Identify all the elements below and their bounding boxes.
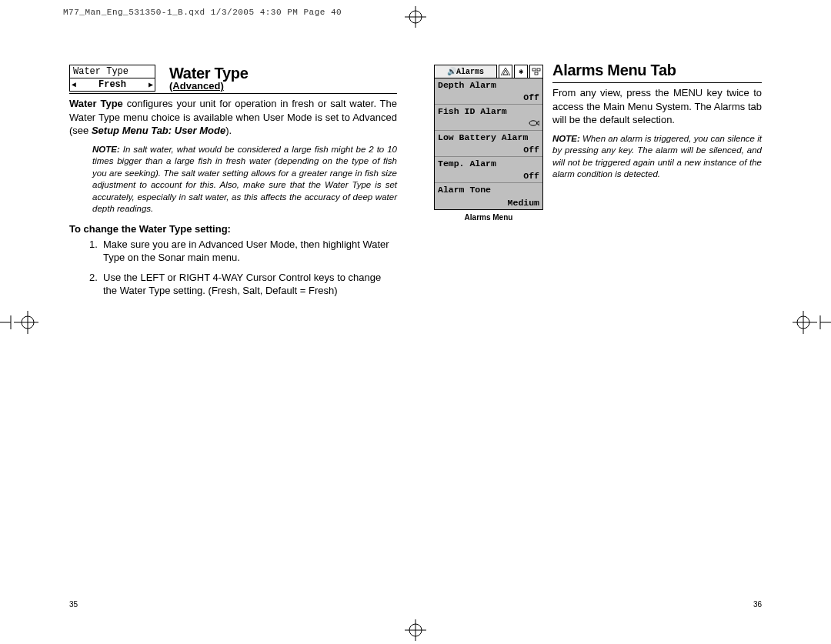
step-item: 2. Use the LEFT or RIGHT 4-WAY Cursor Co… — [89, 271, 397, 298]
water-type-widget-value: Fresh — [98, 79, 126, 90]
alarm-value: Off — [523, 145, 539, 155]
water-type-widget-label: Water Type — [70, 65, 155, 78]
crop-mark-left — [0, 311, 38, 334]
paragraph-lead: Water Type — [69, 98, 123, 109]
note-text: When an alarm is triggered, you can sile… — [552, 134, 762, 179]
step-text: Use the LEFT or RIGHT 4-WAY Cursor Contr… — [103, 271, 397, 298]
water-type-widget: Water Type ◄ Fresh ▶ — [69, 65, 155, 92]
alarm-label: Low Battery Alarm — [438, 132, 528, 142]
body-paragraph: From any view, press the MENU key twice … — [552, 86, 762, 127]
section-heading: Alarms Menu Tab — [552, 62, 762, 79]
page-right: 🔊Alarms ✱ Depth Alarm Off — [426, 62, 769, 601]
step-text: Make sure you are in Advanced User Mode,… — [103, 238, 397, 265]
alarm-label: Depth Alarm — [438, 80, 496, 90]
paragraph-end: ). — [225, 125, 232, 136]
print-slug: M77_Man_Eng_531350-1_B.qxd 1/3/2005 4:30… — [63, 8, 342, 17]
page-left: Water Type ◄ Fresh ▶ Water Type (Advance… — [62, 62, 405, 601]
setup-tab-icon: ✱ — [514, 65, 528, 78]
alarm-label: Temp. Alarm — [438, 158, 496, 169]
alarm-row: Low Battery Alarm Off — [435, 131, 542, 157]
page-number: 35 — [69, 600, 78, 609]
alarm-label: Fish ID Alarm — [438, 106, 507, 116]
steps-heading: To change the Water Type setting: — [69, 223, 397, 235]
alarm-value: Off — [523, 171, 539, 181]
alarm-value: Medium — [508, 198, 539, 208]
alarm-value: Off — [523, 92, 539, 102]
crop-mark-bottom — [405, 619, 426, 641]
note-label: NOTE: — [92, 145, 120, 154]
note-paragraph: NOTE: When an alarm is triggered, you ca… — [552, 133, 762, 181]
page-number: 36 — [753, 600, 762, 609]
paragraph-crossref: Setup Menu Tab: User Mode — [92, 125, 225, 136]
crop-mark-top — [405, 6, 426, 28]
step-number: 1. — [89, 238, 103, 265]
accessories-tab-icon — [529, 65, 543, 78]
svg-rect-16 — [532, 68, 536, 71]
note-text: In salt water, what would be considered … — [92, 145, 397, 214]
svg-rect-17 — [537, 68, 540, 71]
heading-rule — [69, 93, 397, 94]
sonar-tab-icon — [499, 65, 512, 78]
note-label: NOTE: — [552, 134, 580, 143]
svg-rect-18 — [535, 72, 538, 75]
alarm-row: Temp. Alarm Off — [435, 157, 542, 183]
alarms-tabs: 🔊Alarms ✱ — [434, 65, 543, 78]
speaker-icon: 🔊 — [447, 67, 456, 76]
fish-icon — [529, 119, 539, 127]
left-arrow-icon: ◄ — [72, 81, 76, 89]
alarms-menu-widget: 🔊Alarms ✱ Depth Alarm Off — [434, 65, 543, 210]
alarm-row: Depth Alarm Off — [435, 78, 542, 105]
crop-mark-right — [793, 311, 831, 334]
alarm-row: Fish ID Alarm — [435, 105, 542, 131]
right-arrow-icon: ▶ — [149, 80, 153, 89]
alarm-label: Alarm Tone — [438, 185, 491, 195]
alarms-list: Depth Alarm Off Fish ID Alarm Low Batter… — [434, 78, 543, 210]
page-spread: Water Type ◄ Fresh ▶ Water Type (Advance… — [62, 62, 769, 601]
step-item: 1. Make sure you are in Advanced User Mo… — [89, 238, 397, 265]
alarm-row: Alarm Tone Medium — [435, 183, 542, 209]
note-paragraph: NOTE: In salt water, what would be consi… — [92, 144, 397, 215]
alarms-caption: Alarms Menu — [434, 213, 543, 222]
heading-rule — [552, 82, 762, 83]
alarms-tab-label: Alarms — [456, 68, 484, 76]
step-number: 2. — [89, 271, 103, 298]
alarms-tab-selected: 🔊Alarms — [434, 65, 497, 78]
body-paragraph: Water Type configures your unit for oper… — [69, 97, 397, 138]
